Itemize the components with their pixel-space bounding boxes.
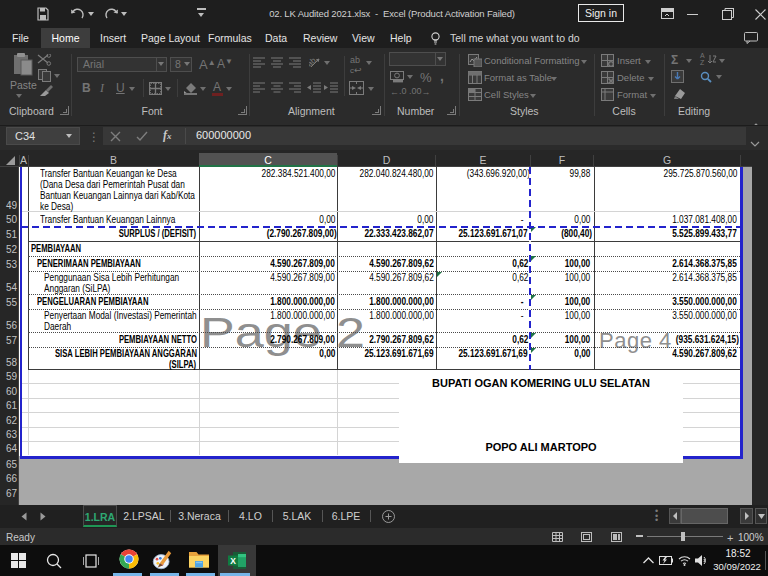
svg-text:X: X [230,556,236,566]
svg-text:ab: ab [309,56,318,68]
